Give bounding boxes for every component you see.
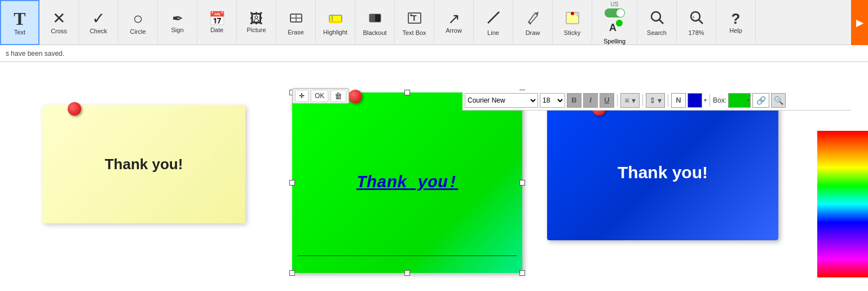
sign-icon: ✒ (172, 12, 183, 25)
tool-circle[interactable]: ○ Circle (118, 0, 158, 45)
textbox-label: Text Box (402, 29, 426, 36)
highlight-icon (328, 10, 343, 28)
align-button[interactable]: ≡ ▾ (620, 93, 640, 108)
text-color-swatch[interactable] (688, 93, 702, 108)
ok-label: OK (315, 92, 324, 100)
tool-textbox[interactable]: T Text Box (395, 0, 434, 45)
tool-date[interactable]: 📅 Date (197, 0, 237, 45)
erase-label: Erase (288, 29, 304, 36)
separator-1 (617, 94, 618, 107)
svg-line-20 (659, 20, 663, 24)
search-small-button[interactable]: 🔍 (771, 93, 786, 108)
spelling-icon: A (607, 19, 623, 38)
text-label: Text (14, 29, 25, 36)
format-bar: Courier New 18 B I U ≡ ▾ ⇕ ▾ N ▾ Box: ▾ … (462, 90, 851, 111)
cross-label: Cross (51, 28, 67, 34)
note-text-yellow: Thank you! (105, 156, 183, 173)
tool-help[interactable]: ? Help (716, 0, 756, 45)
circle-label: Circle (130, 28, 146, 35)
svg-point-19 (651, 12, 660, 21)
check-label: Check (90, 28, 107, 34)
search-icon (649, 10, 665, 28)
context-toolbar: ✛ OK 🗑 (292, 88, 349, 104)
text-icon: T (14, 10, 25, 28)
svg-line-13 (528, 22, 531, 24)
tool-sign[interactable]: ✒ Sign (158, 0, 197, 45)
tool-picture[interactable]: 🖼 Picture (237, 0, 276, 45)
arrow-icon: ↗ (448, 11, 460, 26)
handle-bl[interactable] (289, 270, 295, 276)
sticky-note-blue[interactable]: Thank you! (547, 105, 778, 240)
handle-bm[interactable] (404, 270, 410, 276)
color-picker-panel[interactable] (817, 131, 868, 277)
bold-button[interactable]: B (567, 93, 581, 108)
n-button[interactable]: N (671, 93, 686, 108)
spelling-locale: US (611, 1, 619, 7)
spelling-label: Spelling (603, 38, 625, 45)
handle-br[interactable] (519, 270, 525, 276)
context-ok-button[interactable]: OK (311, 90, 328, 102)
underline-button[interactable]: U (600, 93, 614, 108)
svg-text:A: A (609, 22, 616, 33)
svg-line-22 (699, 20, 703, 24)
svg-point-18 (616, 20, 623, 27)
textbox-icon: T (407, 10, 422, 28)
blackout-icon (367, 10, 383, 28)
tool-sticky[interactable]: Sticky (553, 0, 592, 45)
separator-3 (668, 94, 668, 107)
tool-zoom[interactable]: + 178% (677, 0, 716, 45)
spelling-area[interactable]: US A Spelling (592, 0, 637, 45)
sticky-icon (565, 10, 580, 28)
sign-label: Sign (171, 27, 183, 33)
context-move-button[interactable]: ✛ (295, 90, 309, 102)
tool-draw[interactable]: Draw (513, 0, 553, 45)
box-dropdown-arrow[interactable]: ▾ (747, 98, 749, 103)
note-text-blue: Thank you! (618, 163, 708, 182)
help-label: Help (729, 27, 742, 34)
picture-icon: 🖼 (250, 12, 263, 25)
pushpin-green (349, 90, 364, 105)
italic-button[interactable]: I (583, 93, 598, 108)
status-bar: s have been saved. Courier New 18 B I U … (0, 45, 868, 62)
vertical-align-button[interactable]: ⇕ ▾ (646, 93, 665, 108)
sticky-note-green[interactable]: Thank you! (292, 92, 522, 273)
svg-point-16 (571, 12, 574, 15)
main-toolbar: T Text ✕ Cross ✓ Check ○ Circle ✒ Sign 📅… (0, 0, 868, 45)
handle-mr[interactable] (519, 180, 525, 186)
tool-text[interactable]: T Text (0, 0, 39, 45)
spelling-toggle[interactable] (605, 8, 625, 17)
handle-ml[interactable] (289, 180, 295, 186)
font-selector[interactable]: Courier New (465, 93, 538, 108)
move-icon: ✛ (299, 92, 305, 100)
box-color-swatch[interactable]: ▾ (728, 93, 751, 108)
sticky-label: Sticky (564, 29, 580, 36)
line-label: Line (487, 29, 499, 36)
tool-line[interactable]: Line (474, 0, 513, 45)
highlight-label: Highlight (323, 29, 347, 36)
link-button[interactable]: 🔗 (752, 93, 769, 108)
tool-check[interactable]: ✓ Check (79, 0, 118, 45)
size-selector[interactable]: 18 (540, 93, 565, 108)
toggle-knob (616, 9, 624, 17)
line-icon (486, 10, 501, 28)
tool-blackout[interactable]: Blackout (355, 0, 395, 45)
search-label: Search (647, 29, 667, 36)
dropdown-arrow-color[interactable]: ▾ (704, 97, 707, 103)
pushpin-yellow (68, 102, 83, 118)
svg-text:+: + (692, 15, 695, 20)
tool-highlight[interactable]: Highlight (316, 0, 355, 45)
tool-erase[interactable]: Erase (276, 0, 316, 45)
box-label: Box: (713, 96, 726, 104)
text-cursor-line (298, 255, 517, 256)
help-icon: ? (732, 11, 741, 26)
tool-search[interactable]: Search (637, 0, 677, 45)
tool-arrow[interactable]: ↗ Arrow (434, 0, 474, 45)
sticky-note-yellow[interactable]: Thank you! (42, 105, 245, 223)
status-text: s have been saved. (6, 50, 64, 58)
tool-cross[interactable]: ✕ Cross (39, 0, 79, 45)
svg-rect-7 (369, 14, 375, 22)
orange-button[interactable]: ▶ (851, 0, 868, 45)
context-delete-button[interactable]: 🗑 (331, 90, 346, 102)
handle-tm[interactable] (404, 90, 410, 95)
arrow-label: Arrow (446, 27, 462, 34)
